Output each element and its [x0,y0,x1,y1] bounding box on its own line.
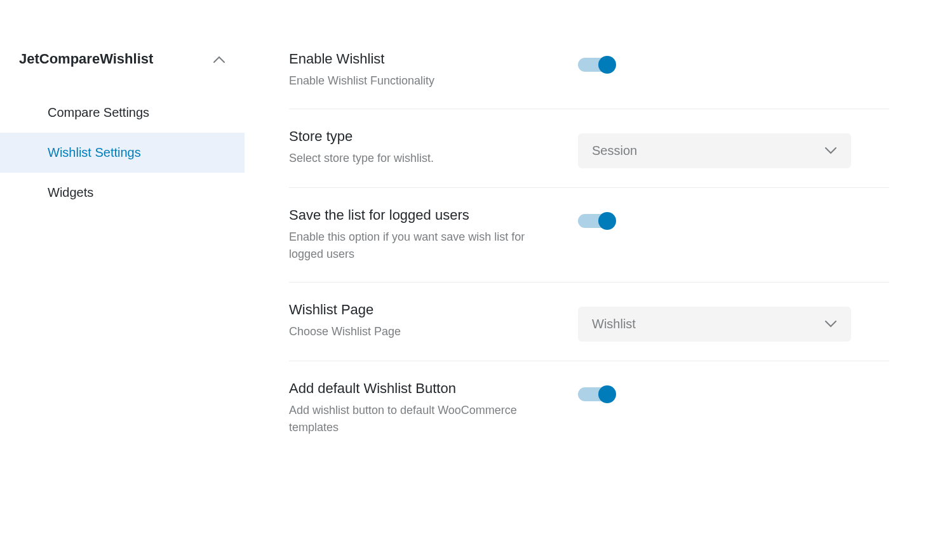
toggle-thumb [598,385,616,403]
toggle-thumb [598,212,616,230]
sidebar-item-label: Widgets [48,185,93,199]
sidebar-item-wishlist-settings[interactable]: Wishlist Settings [0,133,245,173]
setting-row-wishlist-page: Wishlist Page Choose Wishlist Page Wishl… [289,283,889,361]
setting-label-col: Wishlist Page Choose Wishlist Page [289,302,578,340]
store-type-select[interactable]: Session [578,133,851,168]
sidebar-item-label: Compare Settings [48,105,149,119]
setting-title: Store type [289,128,553,145]
setting-title: Save the list for logged users [289,207,553,223]
setting-desc: Select store type for wishlist. [289,150,553,167]
setting-control-col [578,51,889,74]
setting-row-enable-wishlist: Enable Wishlist Enable Wishlist Function… [289,32,889,109]
sidebar-item-compare-settings[interactable]: Compare Settings [0,93,245,133]
chevron-up-icon [213,53,225,65]
setting-label-col: Store type Select store type for wishlis… [289,128,578,167]
chevron-down-icon [824,318,837,331]
setting-label-col: Enable Wishlist Enable Wishlist Function… [289,51,578,90]
select-value: Session [592,143,637,158]
setting-control-col: Session [578,128,889,168]
sidebar-item-label: Wishlist Settings [48,145,141,159]
setting-control-col [578,380,889,403]
setting-title: Enable Wishlist [289,51,553,67]
select-value: Wishlist [592,317,636,331]
enable-wishlist-toggle[interactable] [578,56,619,74]
setting-row-store-type: Store type Select store type for wishlis… [289,109,889,188]
sidebar-title: JetCompareWishlist [19,51,153,67]
setting-row-save-logged-users: Save the list for logged users Enable th… [289,188,889,283]
setting-label-col: Add default Wishlist Button Add wishlist… [289,380,578,436]
sidebar: JetCompareWishlist Compare Settings Wish… [0,32,245,455]
setting-label-col: Save the list for logged users Enable th… [289,207,578,263]
settings-panel: Enable Wishlist Enable Wishlist Function… [245,32,940,455]
sidebar-item-widgets[interactable]: Widgets [0,173,245,213]
setting-desc: Enable this option if you want save wish… [289,229,553,263]
chevron-down-icon [824,145,837,157]
setting-title: Add default Wishlist Button [289,380,553,397]
setting-desc: Enable Wishlist Functionality [289,72,553,90]
toggle-thumb [598,56,616,74]
sidebar-items: Compare Settings Wishlist Settings Widge… [0,86,245,213]
setting-desc: Choose Wishlist Page [289,323,553,340]
wishlist-page-select[interactable]: Wishlist [578,307,851,342]
setting-row-default-wishlist-button: Add default Wishlist Button Add wishlist… [289,361,889,455]
setting-control-col [578,207,889,230]
save-logged-users-toggle[interactable] [578,212,619,230]
setting-title: Wishlist Page [289,302,553,318]
setting-desc: Add wishlist button to default WooCommer… [289,402,553,436]
sidebar-section-header[interactable]: JetCompareWishlist [0,32,245,86]
default-wishlist-button-toggle[interactable] [578,385,619,403]
setting-control-col: Wishlist [578,302,889,342]
